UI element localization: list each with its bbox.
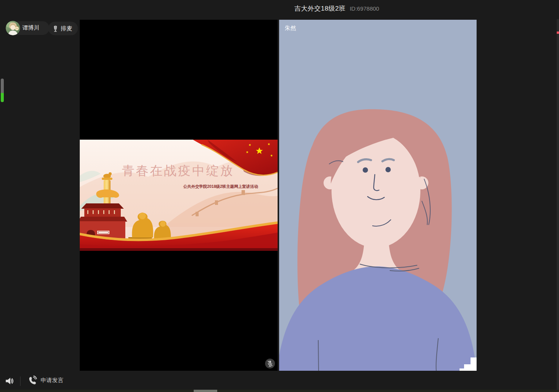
titlebar: 吉大外交18级2班 ID:6978800 <box>294 4 379 13</box>
request-speak-button[interactable]: 申请发言 <box>27 375 63 385</box>
phone-call-icon <box>27 375 37 385</box>
volume-meter[interactable] <box>1 79 4 102</box>
camera-video: 朱然 <box>279 20 477 371</box>
horizontal-scrollbar[interactable] <box>0 390 559 392</box>
meeting-window: 吉大外交18级2班 ID:6978800 <box>0 0 559 392</box>
signal-steps-icon <box>460 357 477 371</box>
request-speak-label: 申请发言 <box>41 377 63 384</box>
mic-muted-icon <box>265 359 275 368</box>
speaker-icon <box>5 376 14 386</box>
room-id: ID:6978800 <box>350 5 379 12</box>
bottom-bar-divider <box>20 376 21 386</box>
speaker-button[interactable] <box>5 376 15 386</box>
banner-subtitle: 公共外交学院2018级2班主题网上宣讲活动 <box>183 184 258 189</box>
vertical-scrollbar[interactable] <box>557 19 559 392</box>
horizontal-scrollbar-thumb[interactable] <box>194 390 217 392</box>
bottom-bar: 申请发言 <box>0 371 559 390</box>
page-title: 吉大外交18级2班 <box>294 4 346 13</box>
presentation-video: 青春在战疫中绽放 公共外交学院2018级2班主题网上宣讲活动 <box>80 20 278 371</box>
scroll-notification-marker <box>557 31 559 34</box>
presentation-banner: 青春在战疫中绽放 公共外交学院2018级2班主题网上宣讲活动 <box>80 140 278 251</box>
participant-illustration <box>279 20 477 371</box>
member-name: 谭博川 <box>22 24 39 31</box>
volume-meter-level <box>1 93 4 102</box>
participant-name-label: 朱然 <box>285 25 296 32</box>
mic-icon <box>53 25 58 32</box>
avatar-image <box>6 21 20 35</box>
avatar <box>6 21 20 35</box>
mic-muted-indicator <box>265 359 275 368</box>
mic-queue-label: 排麦 <box>61 25 72 32</box>
banner-title: 青春在战疫中绽放 <box>122 163 234 178</box>
mic-queue-button[interactable]: 排麦 <box>48 22 78 35</box>
